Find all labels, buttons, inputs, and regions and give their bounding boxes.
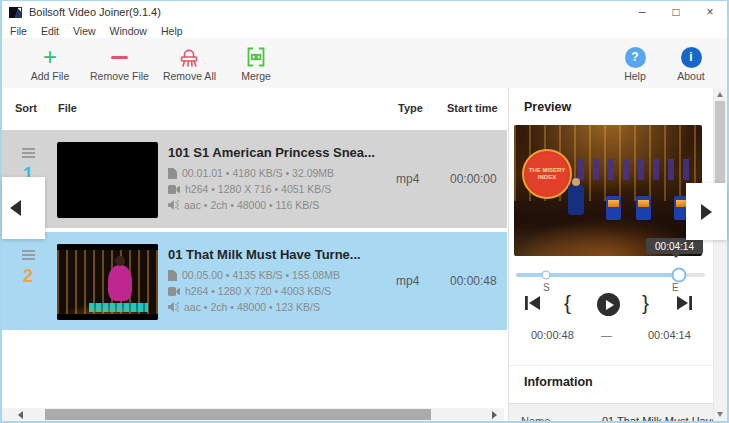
app-window: Boilsoft Video Joiner(9.1.4) – □ × File … [0, 0, 729, 423]
show-logo: THE MISERY INDEX [522, 149, 572, 199]
scroll-right-icon[interactable] [492, 411, 497, 419]
file-type: mp4 [396, 172, 419, 186]
trim-times: 00:00:48 — 00:04:14 [509, 329, 715, 345]
arrow-right-icon [701, 204, 712, 220]
video-thumbnail [57, 142, 158, 218]
help-icon: ? [625, 44, 646, 70]
trim-slider[interactable] [516, 268, 705, 282]
file-meta: 01 That Milk Must Have Turne... 00.05.00… [168, 247, 394, 315]
scroll-left-icon[interactable] [18, 411, 23, 419]
menu-view[interactable]: View [66, 25, 103, 37]
video-camera-icon [168, 185, 180, 194]
merge-label: Merge [241, 70, 271, 82]
info-icon: i [681, 44, 702, 70]
audio-info-line: aac • 2ch • 48000 • 123 KB/S [168, 299, 394, 315]
speaker-icon [168, 200, 179, 210]
file-info-line: 00.01.01 • 4180 KB/S • 32.09MB [168, 165, 394, 181]
start-marker-label: S [543, 282, 550, 293]
trim-start-time: 00:00:48 [531, 329, 574, 341]
remove-all-button[interactable]: Remove All [163, 40, 216, 86]
slider-start-handle[interactable] [542, 271, 551, 280]
column-header-file: File [58, 102, 77, 114]
sort-cell: 2 [15, 250, 41, 287]
file-row-2-selected[interactable]: 2 01 That Milk Must Have Turne... 00.05.… [2, 232, 507, 330]
about-label: About [677, 70, 704, 82]
speaker-icon [168, 302, 179, 312]
help-button[interactable]: ? Help [615, 40, 655, 86]
overlay-next-button[interactable] [686, 183, 727, 240]
window-title: Boilsoft Video Joiner(9.1.4) [29, 6, 161, 18]
horizontal-scrollbar-thumb[interactable] [45, 409, 431, 420]
menu-edit[interactable]: Edit [34, 25, 66, 37]
play-icon [606, 300, 614, 310]
thumbnail-person [108, 265, 132, 301]
merge-button[interactable]: Merge [230, 40, 282, 86]
about-button[interactable]: i About [671, 40, 711, 86]
audio-info-line: aac • 2ch • 48000 • 116 KB/S [168, 197, 394, 213]
thumbnail-decor [57, 244, 158, 250]
minimize-button[interactable]: – [625, 1, 659, 23]
video-info-line: h264 • 1280 X 716 • 4051 KB/S [168, 181, 394, 197]
preview-panel: Preview THE MISERY INDEX 00:04:14 S E { … [508, 88, 715, 421]
horizontal-scrollbar[interactable] [2, 408, 504, 421]
file-start-time: 00:00:48 [450, 274, 497, 288]
drag-handle-icon[interactable] [22, 250, 35, 260]
play-button[interactable] [597, 293, 620, 316]
file-meta: 101 S1 American Princess Snea... 00.01.0… [168, 145, 394, 213]
trim-end-time: 00:04:14 [648, 329, 691, 341]
drag-handle-icon[interactable] [22, 148, 35, 158]
vertical-scrollbar[interactable] [713, 88, 727, 421]
add-file-label: Add File [31, 70, 70, 82]
file-title: 01 That Milk Must Have Turne... [168, 247, 394, 262]
column-header-sort: Sort [15, 102, 37, 114]
video-camera-icon [168, 287, 180, 296]
brush-icon [177, 44, 201, 70]
toolbar-right-group: ? Help i About [593, 40, 727, 86]
menu-bar: File Edit View Window Help [2, 23, 727, 38]
overlay-prev-button[interactable] [2, 177, 45, 239]
sort-number: 2 [23, 265, 33, 287]
maximize-button[interactable]: □ [659, 1, 693, 23]
file-row-1[interactable]: 1 101 S1 American Princess Snea... 00.01… [2, 130, 507, 228]
window-controls: – □ × [625, 1, 727, 23]
scroll-up-icon[interactable] [717, 92, 723, 97]
set-end-button[interactable]: } [642, 291, 649, 315]
video-info-line: h264 • 1280 X 720 • 4003 KB/S [168, 283, 394, 299]
thumbnail-decor [57, 314, 158, 320]
divider [509, 365, 715, 366]
plus-icon: + [43, 44, 57, 70]
file-list: Sort File Type Start time 1 101 S1 Ameri… [2, 88, 507, 421]
title-bar: Boilsoft Video Joiner(9.1.4) – □ × [2, 1, 727, 23]
help-label: Help [624, 70, 646, 82]
skip-to-start-button[interactable] [524, 295, 541, 311]
toolbar: + Add File Remove File Remove All [2, 38, 727, 89]
arrow-left-icon [10, 200, 21, 216]
list-header-row: Sort File Type Start time [2, 88, 507, 128]
remove-file-button[interactable]: Remove File [90, 40, 149, 86]
vertical-scrollbar-thumb[interactable] [715, 101, 725, 183]
scroll-down-icon[interactable] [717, 412, 723, 417]
slider-fill [516, 273, 679, 277]
preview-title: Preview [524, 100, 571, 114]
close-button[interactable]: × [693, 1, 727, 23]
menu-window[interactable]: Window [103, 25, 154, 37]
information-title: Information [524, 375, 593, 389]
column-header-type: Type [398, 102, 423, 114]
merge-icon [244, 44, 268, 70]
menu-file[interactable]: File [2, 25, 34, 37]
menu-help[interactable]: Help [154, 25, 190, 37]
minus-icon [111, 44, 128, 70]
preview-video-frame: THE MISERY INDEX [514, 125, 702, 256]
file-title: 101 S1 American Princess Snea... [168, 145, 394, 160]
add-file-button[interactable]: + Add File [24, 40, 76, 86]
skip-to-end-button[interactable] [676, 295, 693, 311]
slider-end-handle[interactable] [671, 268, 686, 283]
file-icon [168, 168, 177, 179]
column-header-start-time: Start time [447, 102, 498, 114]
file-start-time: 00:00:00 [450, 172, 497, 186]
file-icon [168, 270, 177, 281]
set-start-button[interactable]: { [564, 291, 571, 315]
end-marker-label: E [672, 282, 679, 293]
window-border [0, 0, 729, 1]
frame-decor [568, 185, 584, 215]
